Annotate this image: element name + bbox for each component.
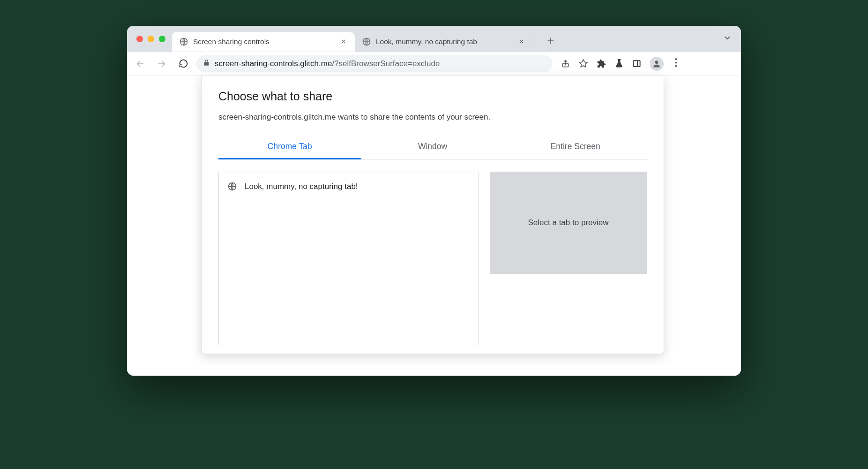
tab-title: Look, mummy, no capturing tab — [376, 38, 512, 46]
share-tab-entire-screen[interactable]: Entire Screen — [504, 135, 647, 159]
svg-point-8 — [675, 65, 677, 67]
profile-avatar[interactable] — [650, 57, 664, 71]
shareable-tab-list: Look, mummy, no capturing tab! — [218, 172, 479, 345]
side-panel-icon[interactable] — [632, 59, 641, 68]
url-host: screen-sharing-controls.glitch.me — [215, 59, 332, 68]
share-body: Look, mummy, no capturing tab! Select a … — [218, 172, 647, 345]
shareable-tab-title: Look, mummy, no capturing tab! — [245, 182, 358, 191]
window-controls — [132, 36, 172, 42]
share-tab-chrome-tab[interactable]: Chrome Tab — [218, 135, 361, 159]
lock-icon — [203, 59, 210, 68]
share-source-tabs: Chrome Tab Window Entire Screen — [218, 135, 647, 159]
bookmark-star-icon[interactable] — [578, 59, 588, 68]
browser-window: Screen sharing controls Look, mummy, no … — [127, 26, 741, 376]
reload-button[interactable] — [175, 55, 192, 72]
close-tab-button[interactable] — [338, 37, 348, 47]
tab-separator — [536, 34, 536, 46]
tab-title: Screen sharing controls — [193, 38, 334, 46]
preview-pane: Select a tab to preview — [490, 172, 647, 274]
svg-point-7 — [675, 61, 677, 63]
labs-flask-icon[interactable] — [614, 59, 624, 68]
dialog-title: Choose what to share — [218, 90, 647, 103]
page-content: Choose what to share screen-sharing-cont… — [127, 76, 741, 376]
svg-point-6 — [675, 58, 677, 60]
svg-point-5 — [655, 61, 658, 64]
url-text: screen-sharing-controls.glitch.me/?selfB… — [215, 59, 440, 68]
minimize-window-button[interactable] — [148, 36, 154, 42]
toolbar: screen-sharing-controls.glitch.me/?selfB… — [127, 52, 741, 76]
nav-forward-button[interactable] — [153, 55, 170, 72]
browser-tab-active[interactable]: Screen sharing controls — [172, 32, 355, 52]
close-tab-button[interactable] — [516, 37, 526, 47]
url-path: /?selfBrowserSurface=exclude — [332, 59, 440, 68]
maximize-window-button[interactable] — [159, 36, 165, 42]
tabs-dropdown-button[interactable] — [718, 31, 736, 47]
svg-rect-3 — [633, 61, 640, 67]
screen-share-dialog: Choose what to share screen-sharing-cont… — [201, 76, 664, 354]
share-icon[interactable] — [561, 59, 570, 68]
extensions-icon[interactable] — [597, 59, 606, 68]
shareable-tab-item[interactable]: Look, mummy, no capturing tab! — [227, 179, 470, 194]
close-window-button[interactable] — [136, 36, 143, 42]
share-tab-window[interactable]: Window — [361, 135, 504, 159]
globe-icon — [179, 37, 188, 47]
new-tab-button[interactable] — [545, 33, 557, 49]
kebab-menu-icon[interactable] — [672, 58, 680, 69]
dialog-subtitle: screen-sharing-controls.glitch.me wants … — [218, 113, 647, 122]
globe-icon — [227, 182, 237, 191]
globe-icon — [361, 37, 371, 47]
nav-back-button[interactable] — [132, 55, 149, 72]
tab-strip: Screen sharing controls Look, mummy, no … — [127, 26, 741, 52]
preview-placeholder: Select a tab to preview — [528, 218, 609, 227]
toolbar-actions — [561, 57, 680, 71]
address-bar[interactable]: screen-sharing-controls.glitch.me/?selfB… — [196, 55, 553, 72]
browser-tab-inactive[interactable]: Look, mummy, no capturing tab — [355, 32, 533, 52]
